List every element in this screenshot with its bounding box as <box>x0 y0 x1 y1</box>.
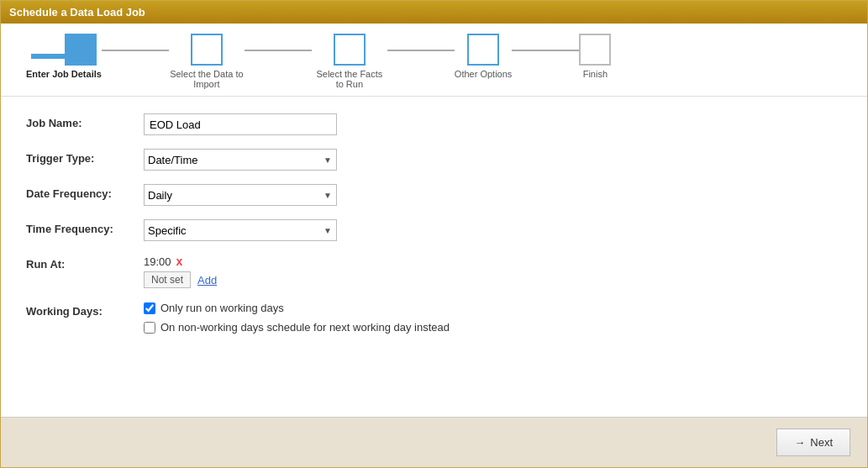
next-button[interactable]: → Next <box>776 429 850 456</box>
step-label-4: Other Options <box>455 69 512 86</box>
step-label-1: Enter Job Details <box>26 69 102 86</box>
run-at-label: Run At: <box>26 255 144 271</box>
working-days-checkbox1[interactable] <box>144 302 155 314</box>
form-area: Job Name: Trigger Type: Date/Time Immedi… <box>1 97 867 417</box>
time-frequency-label: Time Frequency: <box>26 219 144 235</box>
time-frequency-wrapper: Specific Hourly Every N minutes <box>144 219 337 241</box>
date-frequency-row: Date Frequency: Daily Weekly Monthly <box>26 184 842 206</box>
step-label-5: Finish <box>583 69 608 86</box>
step-select-facts[interactable]: Select the Facts to Run <box>312 34 387 96</box>
steps-bar: Enter Job Details Select the Data to Imp… <box>1 24 867 97</box>
step-icon-2 <box>191 34 223 66</box>
date-frequency-label: Date Frequency: <box>26 184 144 200</box>
run-at-time: 19:00 <box>144 255 171 268</box>
connector-3 <box>387 50 455 51</box>
step-label-2: Select the Data to Import <box>169 69 245 96</box>
run-at-control: 19:00 x Not set Add <box>144 255 842 288</box>
working-days-label: Working Days: <box>26 302 144 318</box>
trigger-type-wrapper: Date/Time Immediate Cron <box>144 149 337 171</box>
working-days-checkbox2[interactable] <box>144 322 155 334</box>
date-frequency-wrapper: Daily Weekly Monthly <box>144 184 337 206</box>
working-days-row: Working Days: Only run on working days O… <box>26 302 842 334</box>
not-set-button[interactable]: Not set <box>144 271 191 288</box>
run-at-row: Run At: 19:00 x Not set Add <box>26 255 842 288</box>
next-label: Next <box>810 436 833 449</box>
job-name-row: Job Name: <box>26 113 842 135</box>
step-icon-1 <box>65 34 97 66</box>
job-name-input[interactable] <box>144 113 337 135</box>
step-select-data[interactable]: Select the Data to Import <box>169 34 245 96</box>
trigger-type-control: Date/Time Immediate Cron <box>144 149 842 171</box>
trigger-type-row: Trigger Type: Date/Time Immediate Cron <box>26 149 842 171</box>
step-finish[interactable]: Finish <box>579 34 611 86</box>
time-frequency-select[interactable]: Specific Hourly Every N minutes <box>144 219 337 241</box>
connector-1 <box>102 50 169 51</box>
step-icon-4 <box>467 34 499 66</box>
working-days-control: Only run on working days On non-working … <box>144 302 842 334</box>
main-window: Schedule a Data Load Job Enter Job Detai… <box>0 0 868 468</box>
connector-4 <box>512 50 579 51</box>
run-at-line1: 19:00 x <box>144 255 842 268</box>
step-enter-job-details[interactable]: Enter Job Details <box>26 34 102 86</box>
step-icon-5 <box>579 34 611 66</box>
time-frequency-control: Specific Hourly Every N minutes <box>144 219 842 241</box>
working-days-option1-label[interactable]: Only run on working days <box>144 302 842 314</box>
working-days-option2-text: On non-working days schedule for next wo… <box>160 321 450 334</box>
job-name-label: Job Name: <box>26 113 144 129</box>
trigger-type-label: Trigger Type: <box>26 149 144 165</box>
job-name-control <box>144 113 842 135</box>
step-label-3: Select the Facts to Run <box>312 69 387 96</box>
title-bar: Schedule a Data Load Job <box>1 1 867 24</box>
time-frequency-row: Time Frequency: Specific Hourly Every N … <box>26 219 842 241</box>
date-frequency-control: Daily Weekly Monthly <box>144 184 842 206</box>
step-other-options[interactable]: Other Options <box>455 34 512 86</box>
working-days-option1-text: Only run on working days <box>160 302 284 314</box>
run-at-remove-btn[interactable]: x <box>176 255 183 268</box>
trigger-type-select[interactable]: Date/Time Immediate Cron <box>144 149 337 171</box>
footer-bar: → Next <box>1 417 867 467</box>
date-frequency-select[interactable]: Daily Weekly Monthly <box>144 184 337 206</box>
connector-2 <box>245 50 312 51</box>
working-days-option2-label[interactable]: On non-working days schedule for next wo… <box>144 321 842 334</box>
content-area: Enter Job Details Select the Data to Imp… <box>1 24 867 467</box>
run-at-line2: Not set Add <box>144 271 842 288</box>
next-arrow: → <box>794 436 805 449</box>
add-button[interactable]: Add <box>197 274 217 287</box>
step-icon-3 <box>334 34 366 66</box>
window-title: Schedule a Data Load Job <box>9 6 145 18</box>
